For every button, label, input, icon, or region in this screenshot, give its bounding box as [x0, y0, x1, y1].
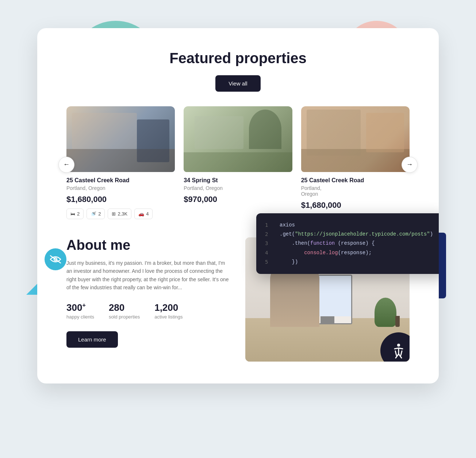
stats-row: 300+ happy clients 280 sold properties 1…	[66, 302, 231, 320]
main-card: Featured properties View all ← → 25 Cast…	[37, 28, 439, 383]
stat-number-clients: 300+	[66, 302, 94, 313]
code-line-4: console.log(response);	[280, 248, 433, 257]
properties-grid: 25 Casteel Creek Road Portland, Oregon $…	[66, 106, 410, 223]
line-num-4: 4	[265, 248, 272, 257]
area-value: 2,3K	[118, 211, 127, 217]
property-city-1: Portland, Oregon	[66, 185, 175, 191]
about-content: About me Just my business, it's my passi…	[66, 237, 231, 348]
beds-count: 2	[77, 211, 80, 217]
property-price-1: $1,680,000	[66, 195, 175, 204]
low-vision-icon	[49, 255, 62, 264]
property-address-1: 25 Casteel Creek Road	[66, 177, 175, 184]
stat-active-listings: 1,200 active listings	[154, 302, 183, 320]
property-card-3: 25 Casteel Creek Road Portland,Oregon $1…	[301, 106, 410, 223]
stat-parking: 🚗 4	[134, 209, 153, 219]
stat-number-listings: 1,200	[154, 302, 183, 313]
code-table: 1 2 3 4 5 axios .get("https://jsonplaceh…	[265, 221, 437, 267]
carousel-next-button[interactable]: →	[402, 157, 418, 173]
bath-icon: 🚿	[91, 211, 96, 217]
parking-count: 4	[146, 211, 149, 217]
property-image-2	[184, 106, 292, 172]
vision-icon-wrapper	[45, 248, 66, 270]
stat-sold-properties: 280 sold properties	[109, 302, 140, 320]
stat-label-sold: sold properties	[109, 314, 140, 320]
code-line-3: .then(function (response) {	[280, 239, 433, 248]
featured-title: Featured properties	[66, 50, 410, 66]
parking-icon: 🚗	[138, 211, 144, 217]
line-num-3: 3	[265, 239, 272, 248]
property-address-2: 34 Spring St	[184, 177, 292, 184]
property-info-3: 25 Casteel Creek Road Portland,Oregon $1…	[301, 172, 410, 214]
stat-area: ⊞ 2,3K	[108, 209, 131, 219]
property-image-3	[301, 106, 410, 172]
bed-icon: 🛏	[70, 211, 75, 217]
property-city-3: Portland,Oregon	[301, 185, 410, 197]
view-all-button[interactable]: View all	[215, 75, 260, 92]
property-address-3: 25 Casteel Creek Road	[301, 177, 410, 184]
stat-happy-clients: 300+ happy clients	[66, 302, 94, 320]
carousel-container: ← → 25 Casteel Creek Road Portland, Oreg…	[66, 106, 410, 223]
property-info-2: 34 Spring St Portland, Oregon $970,000	[184, 172, 292, 208]
learn-more-button[interactable]: Learn more	[66, 331, 118, 348]
line-num-2: 2	[265, 230, 272, 239]
line-num-1: 1	[265, 221, 272, 230]
line-num-5: 5	[265, 257, 272, 267]
area-icon: ⊞	[112, 211, 116, 217]
about-title: About me	[66, 237, 231, 253]
vision-icon-circle	[45, 248, 66, 270]
code-block: axios .get("https://jsonplaceholder.typi…	[280, 221, 433, 267]
code-line-2: .get("https://jsonplaceholder.typicode.c…	[280, 230, 433, 239]
about-description: Just my business, it's my passion. I'm a…	[66, 259, 231, 292]
property-image-1	[66, 106, 175, 172]
property-info-1: 25 Casteel Creek Road Portland, Oregon $…	[66, 172, 175, 223]
stat-label-listings: active listings	[154, 314, 183, 320]
code-line-5: })	[280, 257, 433, 267]
property-price-3: $1,680,000	[301, 201, 410, 210]
property-city-2: Portland, Oregon	[184, 185, 292, 191]
stat-baths: 🚿 2	[87, 209, 105, 219]
featured-header: Featured properties View all	[66, 50, 410, 92]
property-stats-1: 🛏 2 🚿 2 ⊞ 2,3K	[66, 209, 175, 219]
stat-number-sold: 280	[109, 302, 140, 313]
svg-point-3	[397, 344, 400, 347]
carousel-prev-button[interactable]: ←	[58, 157, 74, 173]
code-line-1: axios	[280, 221, 433, 230]
plant-stem	[395, 316, 400, 327]
plant	[375, 298, 396, 327]
property-card-1: 25 Casteel Creek Road Portland, Oregon $…	[66, 106, 175, 223]
stat-label-clients: happy clients	[66, 314, 94, 320]
page-container: ♿ Featured properties View all ← →	[37, 28, 439, 430]
code-snippet-overlay: 1 2 3 4 5 axios .get("https://jsonplaceh…	[256, 213, 439, 274]
property-price-2: $970,000	[184, 195, 292, 204]
property-card-2: 34 Spring St Portland, Oregon $970,000	[184, 106, 292, 223]
baths-count: 2	[98, 211, 101, 217]
universal-access-icon	[389, 341, 408, 360]
code-line-numbers: 1 2 3 4 5	[265, 221, 272, 267]
stat-beds: 🛏 2	[66, 209, 84, 219]
